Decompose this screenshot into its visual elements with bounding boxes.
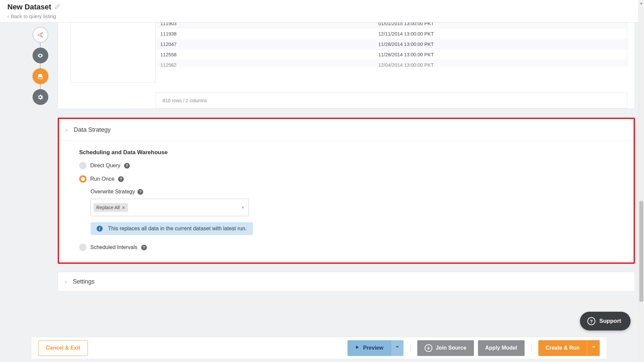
step-source[interactable] [33,27,48,43]
info-icon: i [97,226,103,232]
select-chip: Replace All ✕ [94,203,128,212]
page-scrollbar[interactable]: ▴ [638,0,644,362]
run-once-label: Run Once [90,176,114,182]
help-icon[interactable]: ? [138,189,143,195]
chevron-down-icon: ∨ [63,279,68,284]
step-settings[interactable] [33,89,48,105]
back-to-listing-link[interactable]: ‹ Back to query listing [7,13,637,19]
chevron-left-icon: ‹ [7,14,9,19]
section-title: Data Strategy [74,126,111,133]
cell-id: 112558 [156,49,374,60]
cell-id: 111903 [156,22,374,28]
cell-timestamp: 11/28/2014 13:00:00 PKT [374,49,627,60]
back-link-label: Back to query listing [11,13,56,19]
preview-row-count: 810 rows / 2 columns [163,98,207,103]
action-footer: Cancel & Exit Preview ⌃ + Join Source Ap… [32,337,606,359]
apply-model-button[interactable]: Apply Model [478,340,525,356]
chevron-up-icon: ⌃ [591,345,596,351]
join-source-label: Join Source [436,345,467,351]
chip-remove-icon[interactable]: ✕ [122,205,125,210]
join-source-button[interactable]: + Join Source [417,340,474,356]
overwrite-strategy-select[interactable]: Replace All ✕ ▾ [91,199,249,216]
info-text: This replaces all data in the current da… [108,226,247,232]
preview-dropdown[interactable]: ⌃ [391,340,404,356]
chevron-down-icon: ▾ [242,205,244,210]
overwrite-strategy-label: Overwrite Strategy [91,189,135,195]
apply-model-label: Apply Model [485,345,517,351]
radio-run-once[interactable] [79,175,87,183]
help-icon[interactable]: ? [118,176,124,182]
page-title: New Dataset [7,3,51,11]
step-preview[interactable] [33,48,48,63]
radio-scheduled-intervals[interactable] [79,244,87,251]
divider [531,343,532,353]
create-run-button[interactable]: Create & Run [538,340,587,356]
support-button[interactable]: ? Support [580,312,631,330]
scroll-thumb[interactable] [639,201,643,302]
step-connector [40,84,41,89]
table-row: 11190301/01/2015 13:00:00 PKT [156,22,627,28]
direct-query-label: Direct Query [90,163,120,169]
help-icon: ? [587,317,595,325]
preview-button[interactable]: Preview [347,340,390,356]
step-connector [40,43,41,48]
cell-timestamp: 12/04/2014 13:00:00 PKT [374,60,627,70]
cell-timestamp: 11/28/2014 13:00:00 PKT [374,39,627,49]
cancel-button[interactable]: Cancel & Exit [38,340,88,356]
overwrite-info: i This replaces all data in the current … [91,222,253,235]
radio-direct-query[interactable] [79,162,87,169]
svg-point-0 [40,55,41,56]
settings-panel[interactable]: ∨ Settings [58,272,635,292]
data-strategy-header[interactable]: ∧ Data Strategy [59,126,634,140]
cell-id: 112047 [156,39,374,49]
content-area: 11146701/01/2015 13:00:00 PKT11162901/22… [58,22,635,334]
plus-circle-icon: + [425,344,432,352]
cell-timestamp: 01/01/2015 13:00:00 PKT [374,22,627,28]
cell-id: 111938 [156,28,374,39]
table-row: 11256212/04/2014 13:00:00 PKT [156,60,627,70]
step-data-strategy[interactable] [33,68,48,84]
preview-footer: 810 rows / 2 columns [156,93,627,109]
support-label: Support [599,318,621,324]
cell-id: 112562 [156,60,374,70]
page-header: New Dataset ‹ Back to query listing [0,0,644,22]
preview-label: Preview [363,345,383,351]
help-icon[interactable]: ? [141,245,147,250]
preview-panel: 11146701/01/2015 13:00:00 PKT11162901/22… [58,22,635,109]
scheduled-intervals-label: Scheduled Intervals [90,244,138,250]
scheduling-heading: Scheduling and Data Warehouse [79,149,617,156]
edit-title-icon[interactable] [55,4,60,10]
play-icon [355,345,360,351]
help-icon[interactable]: ? [124,163,130,169]
scroll-up-icon[interactable]: ▴ [638,0,644,6]
settings-title: Settings [73,278,95,285]
table-row: 11255811/28/2014 13:00:00 PKT [156,49,627,60]
table-row: 11193812/11/2014 13:00:00 PKT [156,28,627,39]
preview-side-panel [70,22,156,83]
create-run-label: Create & Run [546,345,580,351]
data-strategy-panel: ∧ Data Strategy Scheduling and Data Ware… [58,118,635,264]
preview-table: 11146701/01/2015 13:00:00 PKT11162901/22… [156,22,627,83]
chevron-up-icon: ⌃ [395,345,399,351]
create-run-dropdown[interactable]: ⌃ [587,340,600,356]
step-connector [40,63,41,68]
chip-label: Replace All [96,205,120,210]
table-row: 11204711/28/2014 13:00:00 PKT [156,39,627,49]
divider [410,343,411,353]
cancel-label: Cancel & Exit [46,345,80,351]
cell-timestamp: 12/11/2014 13:00:00 PKT [374,28,627,39]
wizard-step-rail [32,27,48,105]
chevron-up-icon: ∧ [64,127,69,132]
